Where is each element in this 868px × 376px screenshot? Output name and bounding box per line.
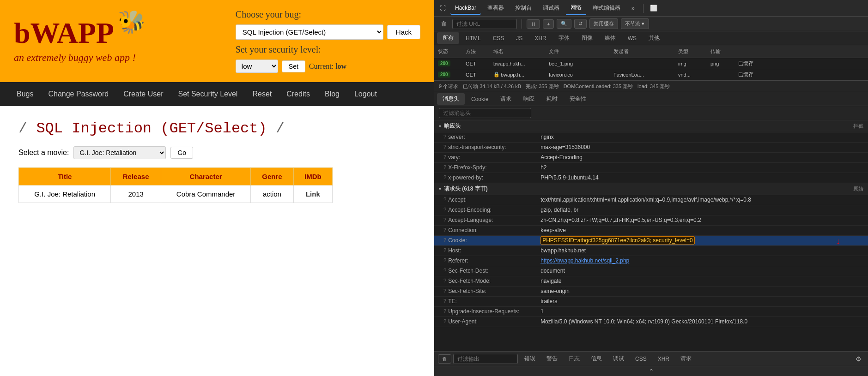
question-icon-14: ? <box>443 278 446 283</box>
response-headers-section[interactable]: ▾ 响应头 拦截 <box>434 120 868 132</box>
bottom-tab-warning[interactable]: 警告 <box>542 353 562 364</box>
reload-btn[interactable]: ↺ <box>574 19 587 29</box>
devtools-tab-more[interactable]: » <box>627 2 639 14</box>
devtools-tab-debugger[interactable]: 调试器 <box>538 1 564 15</box>
select-movie-label: Select a movie: <box>18 149 69 157</box>
nav-create-user[interactable]: Create User <box>116 82 170 106</box>
disable-cache-btn[interactable]: 禁用缓存 <box>589 18 618 29</box>
devtools-tab-console[interactable]: 控制台 <box>510 1 536 15</box>
app-subtitle: an extremely buggy web app ! <box>14 52 146 64</box>
referer-link[interactable]: https://bwapp.hakhub.net/sqli_2.php <box>540 257 629 264</box>
request-section-info: 原始 <box>853 185 863 192</box>
bottom-tab-info[interactable]: 信息 <box>586 353 607 364</box>
gear-button[interactable]: ⚙ <box>853 353 864 364</box>
network-row-2[interactable]: 200 GET 🔒 bwapp.h... favicon.ico Favicon… <box>434 69 868 80</box>
sub-tab-js[interactable]: JS <box>510 33 528 43</box>
set-security-button[interactable]: Set <box>282 60 305 72</box>
results-table: Title Release Character Genre IMDb G.I. … <box>18 167 333 203</box>
col-header-domain: 域名 <box>493 48 549 55</box>
go-button[interactable]: Go <box>170 147 193 159</box>
movie-select[interactable]: G.I. Joe: Retaliation Iron Man Man of St… <box>73 146 166 159</box>
sub-tab-css[interactable]: CSS <box>487 33 510 43</box>
search-btn[interactable]: 🔍 <box>557 19 571 29</box>
nav-credits[interactable]: Credits <box>279 82 317 106</box>
select-movie-row: Select a movie: G.I. Joe: Retaliation Ir… <box>18 146 416 159</box>
devtools-tab-hackbar[interactable]: HackBar <box>450 2 481 15</box>
bottom-tab-css[interactable]: CSS <box>631 354 651 364</box>
network-row-1[interactable]: 200 GET bwapp.hakh... bee_1.png img png … <box>434 58 868 69</box>
method-2: GET <box>466 72 493 78</box>
throttle-btn[interactable]: 不节流 ▾ <box>621 18 649 29</box>
url-filter-input[interactable] <box>452 19 517 29</box>
sub-tab-html[interactable]: HTML <box>460 33 486 43</box>
expand-devtools-btn[interactable]: ⌃ <box>646 368 657 375</box>
nav-set-security-level[interactable]: Set Security Level <box>170 82 245 106</box>
stats-complete: 完成: 355 毫秒 <box>526 83 559 90</box>
req-header-sec-fetch-mode: ? Sec-Fetch-Mode: navigate <box>434 276 868 286</box>
status-badge-1: 200 <box>438 60 450 66</box>
sub-tab-other[interactable]: 其他 <box>643 32 665 44</box>
detail-tab-request[interactable]: 请求 <box>495 93 517 105</box>
pause-btn[interactable]: ⏸ <box>527 19 540 29</box>
detail-tab-headers[interactable]: 消息头 <box>437 93 465 105</box>
devtools-tab-style-editor[interactable]: 样式编辑器 <box>588 1 625 15</box>
output-filter-input[interactable] <box>453 354 518 364</box>
nav-bugs[interactable]: Bugs <box>9 82 41 106</box>
request-headers-section[interactable]: ▾ 请求头 (618 字节) 原始 <box>434 183 868 195</box>
question-icon-8: ? <box>443 217 446 222</box>
question-icon-15: ? <box>443 288 446 293</box>
resp-header-vary: ? vary: Accept-Encoding <box>434 153 868 163</box>
bottom-tab-requests[interactable]: 请求 <box>676 353 696 364</box>
detail-tab-timing[interactable]: 耗时 <box>541 93 563 105</box>
col-header-imdb: IMDb <box>293 168 332 185</box>
bottom-tab-xhr[interactable]: XHR <box>653 354 674 364</box>
bottom-tab-debug[interactable]: 调试 <box>608 353 629 364</box>
bottom-tab-log[interactable]: 日志 <box>564 353 584 364</box>
initiator-2: FaviconLoa... <box>613 72 678 78</box>
sub-tab-all[interactable]: 所有 <box>437 32 459 44</box>
nav-change-password[interactable]: Change Password <box>41 82 116 106</box>
header-filter-input[interactable] <box>439 108 531 118</box>
sub-tab-image[interactable]: 图像 <box>576 32 598 44</box>
hack-button[interactable]: Hack <box>387 25 420 39</box>
cell-imdb[interactable]: Link <box>293 185 332 203</box>
header-controls: Choose your bug: SQL Injection (GET/Sele… <box>236 9 420 73</box>
network-column-headers: 状态 方法 域名 文件 发起者 类型 传输 <box>434 45 868 58</box>
req-header-accept-language: ? Accept-Language: zh-CN,zh;q=0.8,zh-TW;… <box>434 215 868 226</box>
question-icon-1: ? <box>443 134 446 139</box>
req-header-te: ? TE: trailers <box>434 297 868 307</box>
type-1: img <box>678 61 710 66</box>
col-header-genre: Genre <box>251 168 293 185</box>
detail-tab-cookie[interactable]: Cookie <box>466 94 494 104</box>
devtools-tab-network[interactable]: 网络 <box>566 1 586 15</box>
devtools-dock-btn[interactable]: ⬜ <box>647 3 660 13</box>
question-icon-2: ? <box>443 144 446 149</box>
detail-tab-security[interactable]: 安全性 <box>564 93 592 105</box>
sub-tab-font[interactable]: 字体 <box>553 32 575 44</box>
main-nav: Bugs Change Password Create User Set Sec… <box>0 82 434 106</box>
table-row: G.I. Joe: Retaliation 2013 Cobra Command… <box>19 185 333 203</box>
nav-logout[interactable]: Logout <box>347 82 384 106</box>
devtools-pick-btn[interactable]: ⛶ <box>437 3 449 13</box>
cookie-value: PHPSESSID=atbgcf325gg6871ee7ilcn2ak3; se… <box>540 236 695 245</box>
sub-tab-xhr[interactable]: XHR <box>529 33 552 43</box>
devtools-tab-inspector[interactable]: 查看器 <box>483 1 509 15</box>
nav-reset[interactable]: Reset <box>245 82 279 106</box>
nav-blog[interactable]: Blog <box>317 82 347 106</box>
network-sub-tabs: 所有 HTML CSS JS XHR 字体 图像 媒体 WS 其他 <box>434 31 868 45</box>
req-header-accept: ? Accept: text/html,application/xhtml+xm… <box>434 195 868 205</box>
trash-btn[interactable]: 🗑 <box>438 354 451 364</box>
slash-left: / <box>18 120 27 137</box>
red-arrow-indicator: ↓ <box>836 237 840 246</box>
bottom-tab-error[interactable]: 错误 <box>520 353 540 364</box>
security-select[interactable]: low medium high <box>236 60 278 73</box>
file-2: favicon.ico <box>549 72 613 78</box>
clear-network-btn[interactable]: 🗑 <box>438 18 449 29</box>
req-header-host: ? Host: bwapp.hakhub.net <box>434 246 868 256</box>
sub-tab-ws[interactable]: WS <box>622 33 642 43</box>
bug-select[interactable]: SQL Injection (GET/Select) <box>236 24 383 40</box>
sub-tab-media[interactable]: 媒体 <box>599 32 621 44</box>
question-icon-3: ? <box>443 154 446 160</box>
clear-btn[interactable]: + <box>543 19 554 29</box>
detail-tab-response[interactable]: 响应 <box>518 93 540 105</box>
